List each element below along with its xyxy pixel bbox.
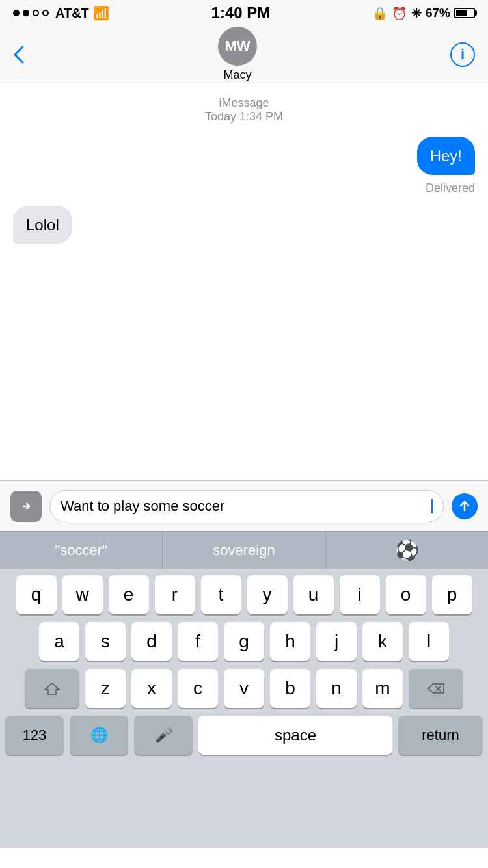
space-key[interactable]: space <box>198 716 392 755</box>
key-v[interactable]: v <box>224 669 264 708</box>
globe-key[interactable]: 🌐 <box>70 716 128 755</box>
autocomplete-item-2[interactable]: sovereign <box>163 532 325 569</box>
message-row-received: Lolol <box>13 206 475 244</box>
keyboard-bottom-row: 123 🌐 🎤 space return <box>0 716 488 755</box>
key-b[interactable]: b <box>270 669 310 708</box>
autocomplete-item-3[interactable]: ⚽ <box>326 532 488 569</box>
battery-icon <box>454 8 475 18</box>
key-z[interactable]: z <box>85 669 126 708</box>
key-p[interactable]: p <box>432 575 472 614</box>
key-g[interactable]: g <box>224 622 264 661</box>
message-input-wrapper[interactable]: Want to play some soccer <box>49 490 444 522</box>
info-button[interactable]: i <box>450 42 475 67</box>
key-x[interactable]: x <box>131 669 172 708</box>
key-y[interactable]: y <box>247 575 288 614</box>
key-o[interactable]: o <box>386 575 426 614</box>
wifi-icon: 📶 <box>93 5 109 21</box>
key-i[interactable]: i <box>340 575 380 614</box>
key-s[interactable]: s <box>85 622 126 661</box>
key-j[interactable]: j <box>316 622 357 661</box>
text-cursor <box>431 499 433 513</box>
key-r[interactable]: r <box>155 575 195 614</box>
num-key[interactable]: 123 <box>5 716 64 755</box>
signal-icon <box>13 10 49 16</box>
key-c[interactable]: c <box>178 669 218 708</box>
keyboard-rows: q w e r t y u i o p a s d f g h j k l <box>0 569 488 708</box>
keyboard-row-1: q w e r t y u i o p <box>5 575 483 614</box>
send-button[interactable] <box>452 493 478 519</box>
key-h[interactable]: h <box>270 622 310 661</box>
alarm-icon: ⏰ <box>392 6 407 21</box>
key-u[interactable]: u <box>293 575 334 614</box>
avatar: MW <box>218 27 257 66</box>
delivered-label: Delivered <box>13 182 475 195</box>
carrier-label: AT&T <box>55 6 89 21</box>
battery-pct: 67% <box>426 6 450 20</box>
signal-dot-1 <box>13 10 20 16</box>
key-a[interactable]: a <box>39 622 79 661</box>
keyboard-row-3: z x c v b n m <box>5 669 483 708</box>
input-bar: Want to play some soccer <box>0 480 488 531</box>
message-input[interactable]: Want to play some soccer <box>61 498 426 515</box>
status-right: 🔒 ⏰ ✳ 67% <box>372 6 475 21</box>
sent-bubble: Hey! <box>417 137 475 175</box>
mic-key[interactable]: 🎤 <box>134 716 193 755</box>
lock-icon: 🔒 <box>372 6 388 21</box>
back-button[interactable] <box>13 45 25 64</box>
autocomplete-bar: "soccer" sovereign ⚽ <box>0 531 488 569</box>
contact-header[interactable]: MW Macy <box>218 27 257 82</box>
message-row-sent: Hey! <box>13 137 475 175</box>
keyboard-row-2: a s d f g h j k l <box>5 622 483 661</box>
bluetooth-icon: ✳ <box>411 6 422 21</box>
message-timestamp: Today 1:34 PM <box>205 110 283 123</box>
key-k[interactable]: k <box>362 622 403 661</box>
key-m[interactable]: m <box>362 669 403 708</box>
contact-name: Macy <box>223 68 251 82</box>
status-bar: AT&T 📶 1:40 PM 🔒 ⏰ ✳ 67% <box>0 0 488 26</box>
received-bubble: Lolol <box>13 206 72 244</box>
backspace-key[interactable] <box>409 669 463 708</box>
timestamp-block: iMessage Today 1:34 PM <box>13 96 475 124</box>
nav-bar: MW Macy i <box>0 26 488 83</box>
signal-dot-2 <box>23 10 29 16</box>
expand-button[interactable] <box>10 491 42 522</box>
key-f[interactable]: f <box>178 622 218 661</box>
key-t[interactable]: t <box>201 575 241 614</box>
key-e[interactable]: e <box>109 575 149 614</box>
key-q[interactable]: q <box>16 575 57 614</box>
signal-dot-3 <box>33 10 39 16</box>
key-l[interactable]: l <box>409 622 449 661</box>
shift-key[interactable] <box>25 669 79 708</box>
autocomplete-item-1[interactable]: "soccer" <box>0 532 163 569</box>
clock: 1:40 PM <box>211 4 271 22</box>
keyboard: q w e r t y u i o p a s d f g h j k l <box>0 569 488 848</box>
key-n[interactable]: n <box>316 669 357 708</box>
key-d[interactable]: d <box>131 622 172 661</box>
key-w[interactable]: w <box>62 575 103 614</box>
status-left: AT&T 📶 <box>13 5 109 21</box>
messages-area: iMessage Today 1:34 PM Hey! Delivered Lo… <box>0 83 488 480</box>
signal-dot-4 <box>42 10 49 16</box>
service-label: iMessage <box>13 96 475 110</box>
return-key[interactable]: return <box>398 716 483 755</box>
